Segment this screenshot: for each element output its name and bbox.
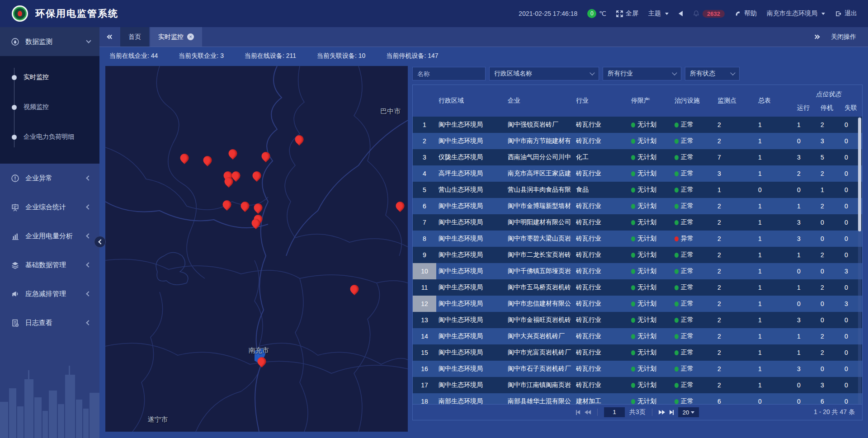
industry-select[interactable]: 所有行业 bbox=[603, 67, 681, 80]
tabs-scroll-left-button[interactable] bbox=[99, 27, 120, 47]
mute-button[interactable] bbox=[679, 11, 683, 16]
chevron-down-icon bbox=[86, 38, 91, 43]
cell-region: 阆中生态环境局 bbox=[436, 235, 505, 243]
cell-running-count: 0 bbox=[795, 381, 818, 389]
table-row[interactable]: 3仪陇生态环境局西南油气田分公司川中化工无计划正常71350 bbox=[413, 149, 862, 165]
cell-enterprise: 阆中市江南镇阆南页岩 bbox=[505, 381, 574, 389]
tab-close-icon[interactable]: × bbox=[187, 33, 194, 40]
cell-region: 阆中生态环境局 bbox=[436, 300, 505, 308]
cell-industry: 砖瓦行业 bbox=[574, 235, 629, 243]
page-number-input[interactable]: 1 bbox=[604, 407, 625, 417]
region-select[interactable]: 行政区域名称 bbox=[489, 67, 599, 80]
column-header-industry: 行业 bbox=[574, 85, 629, 117]
double-chevron-right-icon[interactable] bbox=[815, 35, 819, 38]
status-select[interactable]: 所有状态 bbox=[685, 67, 740, 80]
cell-pollution-status: 正常 bbox=[672, 300, 715, 308]
cell-monitor-count: 2 bbox=[715, 203, 756, 210]
table-row[interactable]: 15阆中生态环境局阆中市光富页岩机砖厂砖瓦行业无计划正常21120 bbox=[413, 344, 862, 361]
sidebar-subitem-0[interactable]: 实时监控 bbox=[0, 62, 99, 92]
cell-pollution-status: 异常 bbox=[672, 235, 715, 243]
cell-stopped-count: 2 bbox=[818, 121, 842, 128]
scrollbar-thumb[interactable] bbox=[858, 118, 861, 231]
cell-pollution-status: 正常 bbox=[672, 381, 715, 389]
table-row[interactable]: 12阆中生态环境局阆中市忠信建材有限公砖瓦行业无计划正常21003 bbox=[413, 296, 862, 312]
chevron-left-icon bbox=[86, 204, 91, 209]
sidebar-item-6[interactable]: 日志查看 bbox=[0, 308, 99, 337]
table-row[interactable]: 5营山生态环境局营山县润丰肉食品有限食品无计划正常10010 bbox=[413, 182, 862, 198]
sidebar-item-3[interactable]: 企业用电量分析 bbox=[0, 221, 99, 250]
sidebar-item-2[interactable]: 企业综合统计 bbox=[0, 193, 99, 221]
next-page-button[interactable] bbox=[659, 410, 665, 414]
cell-region: 阆中生态环境局 bbox=[436, 283, 505, 292]
cell-enterprise: 阆中千佛镇五郎垭页岩 bbox=[505, 267, 574, 275]
table-row[interactable]: 13阆中生态环境局阆中市金福旺页岩机砖砖瓦行业无计划正常21300 bbox=[413, 312, 862, 328]
org-dropdown[interactable]: 南充市生态环境局 bbox=[767, 9, 825, 18]
cell-running-count: 0 bbox=[795, 186, 818, 193]
table-header: 行政区域 企业 行业 停限产 治污设施 监测点 总表 点位状态 运行 停机 失联 bbox=[413, 85, 862, 117]
cell-stopped-count: 2 bbox=[818, 349, 842, 356]
close-operations-button[interactable]: 关闭操作 bbox=[831, 33, 856, 41]
cell-running-count: 3 bbox=[795, 219, 818, 226]
table-row[interactable]: 2阆中生态环境局阆中市南方节能建材有砖瓦行业无计划正常21030 bbox=[413, 133, 862, 149]
sidebar-item-5[interactable]: 应急减排管理 bbox=[0, 279, 99, 308]
table-row[interactable]: 17阆中生态环境局阆中市江南镇阆南页岩砖瓦行业无计划正常21030 bbox=[413, 377, 862, 393]
cell-pollution-status: 正常 bbox=[672, 267, 715, 275]
table-row[interactable]: 16阆中生态环境局阆中市石子页岩机砖厂砖瓦行业无计划正常21300 bbox=[413, 361, 862, 377]
table-row[interactable]: 7阆中生态环境局阆中明阳建材有限公司砖瓦行业无计划正常21300 bbox=[413, 214, 862, 231]
cell-pollution-status: 正常 bbox=[672, 137, 715, 145]
sidebar-item-label: 企业综合统计 bbox=[25, 203, 66, 212]
table-row[interactable]: 18南部生态环境局南部县雄华土混有限公建材加工无计划正常60060 bbox=[413, 393, 862, 405]
cell-running-count: 1 bbox=[795, 251, 818, 259]
table-row[interactable]: 14阆中生态环境局阆中大兴页岩机砖厂砖瓦行业无计划正常21120 bbox=[413, 328, 862, 344]
table-row[interactable]: 9阆中生态环境局阆中市二龙长宝页岩砖砖瓦行业无计划正常21120 bbox=[413, 247, 862, 263]
tab-1[interactable]: 实时监控× bbox=[150, 27, 202, 47]
cell-pollution-status: 正常 bbox=[672, 202, 715, 210]
cell-region: 阆中生态环境局 bbox=[436, 349, 505, 357]
table-row[interactable]: 6阆中生态环境局阆中市金博瑞新型墙材砖瓦行业无计划正常21120 bbox=[413, 198, 862, 214]
sidebar-item-label: 企业用电量分析 bbox=[25, 232, 73, 240]
table-row[interactable]: 8阆中生态环境局阆中市枣碧大梁山页岩砖瓦行业无计划异常21300 bbox=[413, 231, 862, 247]
cell-monitor-count: 2 bbox=[715, 219, 756, 226]
cell-meter-count: 1 bbox=[756, 349, 795, 356]
sidebar-subitem-2[interactable]: 企业电力负荷明细 bbox=[0, 122, 99, 152]
status-dot-icon bbox=[675, 204, 679, 209]
cell-running-count: 1 bbox=[795, 349, 818, 356]
status-dot-icon bbox=[631, 188, 635, 193]
last-page-button[interactable] bbox=[670, 410, 674, 415]
notifications[interactable]: 2632 bbox=[693, 10, 725, 18]
first-page-button[interactable] bbox=[576, 410, 580, 415]
sidebar-subitem-1[interactable]: 视频监控 bbox=[0, 92, 99, 122]
cell-production-status: 无计划 bbox=[629, 332, 672, 340]
logout-button[interactable]: 退出 bbox=[835, 9, 857, 18]
cell-stopped-count: 2 bbox=[818, 333, 842, 340]
industry-select-value: 所有行业 bbox=[608, 70, 633, 78]
cell-running-count: 0 bbox=[795, 300, 818, 307]
table-row[interactable]: 10阆中生态环境局阆中千佛镇五郎垭页岩砖瓦行业无计划正常21003 bbox=[413, 263, 862, 279]
cell-region: 阆中生态环境局 bbox=[436, 332, 505, 340]
chevron-down-icon bbox=[672, 70, 677, 75]
tab-0[interactable]: 首页 bbox=[120, 27, 149, 47]
prev-page-button[interactable] bbox=[585, 410, 591, 414]
help-button[interactable]: 帮助 bbox=[735, 9, 757, 18]
sidebar-item-4[interactable]: 基础数据管理 bbox=[0, 250, 99, 279]
page-size-select[interactable]: 20 bbox=[678, 407, 699, 417]
sidebar-item-0[interactable]: 数据监测 bbox=[0, 27, 99, 56]
name-search-input[interactable] bbox=[412, 67, 486, 80]
cell-region: 阆中生态环境局 bbox=[436, 218, 505, 226]
map-canvas[interactable]: 巴中市南充市遂宁市 bbox=[105, 66, 408, 432]
fullscreen-button[interactable]: 全屏 bbox=[616, 9, 638, 18]
table-row[interactable]: 1阆中生态环境局阆中强锐页岩砖厂砖瓦行业无计划正常21120 bbox=[413, 117, 862, 133]
cell-enterprise: 阆中市石子页岩机砖厂 bbox=[505, 365, 574, 373]
alert-icon bbox=[11, 174, 19, 183]
status-dot-icon bbox=[631, 204, 635, 209]
cell-stopped-count: 2 bbox=[818, 170, 842, 177]
theme-dropdown[interactable]: 主题 bbox=[648, 9, 669, 18]
table-row[interactable]: 4高坪生态环境局南充市高坪区王家店建砖瓦行业无计划正常31220 bbox=[413, 165, 862, 182]
sidebar-item-1[interactable]: 企业异常 bbox=[0, 164, 99, 193]
status-dot-icon bbox=[631, 139, 635, 144]
status-dot-icon bbox=[675, 399, 679, 404]
table-row[interactable]: 11阆中生态环境局阆中市五马桥页岩机砖砖瓦行业无计划正常21120 bbox=[413, 279, 862, 296]
sidebar-collapse-handle[interactable] bbox=[94, 236, 106, 248]
cell-stopped-count: 2 bbox=[818, 251, 842, 259]
table-scrollbar[interactable] bbox=[858, 117, 861, 405]
